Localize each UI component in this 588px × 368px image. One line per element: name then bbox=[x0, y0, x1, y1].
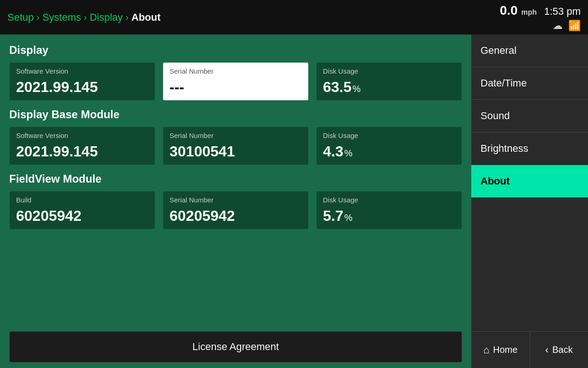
fieldview-module-info-row: Build 60205942 Serial Number 60205942 Di… bbox=[9, 191, 462, 230]
bottom-buttons: ⌂ Home ‹ Back bbox=[471, 331, 588, 368]
display-disk-usage-value: 63.5% bbox=[323, 79, 455, 96]
display-software-version-value: 2021.99.145 bbox=[16, 79, 148, 96]
dbm-software-version-card: Software Version 2021.99.145 bbox=[9, 126, 155, 165]
fieldview-module-section: FieldView Module Build 60205942 Serial N… bbox=[9, 172, 462, 237]
display-disk-usage-card: Disk Usage 63.5% bbox=[316, 62, 462, 101]
dbm-disk-usage-unit: % bbox=[344, 148, 352, 158]
fvm-disk-usage-label: Disk Usage bbox=[323, 196, 455, 204]
dbm-disk-usage-value: 4.3% bbox=[323, 143, 455, 160]
sidebar-items: General Date/Time Sound Brightness About bbox=[471, 34, 588, 331]
display-section-title: Display bbox=[9, 44, 462, 57]
dbm-serial-number-label: Serial Number bbox=[170, 132, 302, 139]
license-agreement-button[interactable]: License Agreement bbox=[9, 331, 462, 362]
display-serial-number-value: --- bbox=[170, 79, 302, 96]
sidebar-item-brightness[interactable]: Brightness bbox=[471, 132, 588, 165]
fvm-disk-usage-card: Disk Usage 5.7% bbox=[316, 191, 462, 230]
breadcrumb-setup[interactable]: Setup bbox=[7, 12, 34, 23]
display-base-module-section: Display Base Module Software Version 202… bbox=[9, 108, 462, 172]
breadcrumb-systems[interactable]: Systems bbox=[42, 12, 81, 23]
back-icon: ‹ bbox=[545, 344, 548, 356]
speed-unit: mph bbox=[521, 8, 537, 16]
dbm-disk-usage-card: Disk Usage 4.3% bbox=[316, 126, 462, 165]
breadcrumb-about: About bbox=[131, 12, 161, 23]
breadcrumb-sep-1: › bbox=[37, 12, 40, 23]
current-time: 1:53 pm bbox=[544, 6, 581, 17]
display-serial-number-label: Serial Number bbox=[170, 67, 302, 75]
sidebar-item-about[interactable]: About bbox=[471, 165, 588, 198]
sidebar: General Date/Time Sound Brightness About… bbox=[471, 34, 588, 368]
back-label: Back bbox=[552, 345, 572, 355]
breadcrumb-sep-3: › bbox=[125, 12, 129, 23]
dbm-serial-number-value: 30100541 bbox=[170, 143, 302, 160]
fieldview-module-title: FieldView Module bbox=[9, 172, 462, 185]
display-base-module-info-row: Software Version 2021.99.145 Serial Numb… bbox=[9, 126, 462, 165]
display-serial-number-card: Serial Number --- bbox=[163, 62, 309, 101]
sidebar-item-general[interactable]: General bbox=[471, 34, 588, 67]
fvm-serial-number-value: 60205942 bbox=[170, 207, 302, 224]
content-area: Display Software Version 2021.99.145 Ser… bbox=[0, 34, 471, 368]
sidebar-item-datetime[interactable]: Date/Time bbox=[471, 67, 588, 100]
fvm-build-value: 60205942 bbox=[16, 207, 148, 224]
fvm-disk-usage-value: 5.7% bbox=[323, 207, 455, 224]
speed-value: 0.0 mph bbox=[500, 3, 537, 18]
breadcrumb: Setup › Systems › Display › About bbox=[7, 12, 161, 23]
display-base-module-title: Display Base Module bbox=[9, 108, 462, 121]
home-button[interactable]: ⌂ Home bbox=[471, 332, 530, 368]
top-right-info: 0.0 mph 1:53 pm ☁ 📶 bbox=[500, 3, 581, 32]
dbm-serial-number-card: Serial Number 30100541 bbox=[163, 126, 309, 165]
license-btn-container: License Agreement bbox=[9, 326, 462, 368]
display-section: Display Software Version 2021.99.145 Ser… bbox=[9, 44, 462, 108]
display-software-version-card: Software Version 2021.99.145 bbox=[9, 62, 155, 101]
fvm-build-card: Build 60205942 bbox=[9, 191, 155, 230]
sidebar-item-sound[interactable]: Sound bbox=[471, 100, 588, 132]
display-software-version-label: Software Version bbox=[16, 67, 148, 75]
fvm-build-label: Build bbox=[16, 196, 148, 204]
fvm-serial-number-card: Serial Number 60205942 bbox=[163, 191, 309, 230]
wifi-icon: 📶 bbox=[568, 20, 581, 32]
display-disk-usage-label: Disk Usage bbox=[323, 67, 455, 75]
home-label: Home bbox=[493, 345, 517, 355]
cloud-icon: ☁ bbox=[553, 20, 563, 32]
fvm-serial-number-label: Serial Number bbox=[170, 196, 302, 204]
home-icon: ⌂ bbox=[483, 344, 489, 356]
back-button[interactable]: ‹ Back bbox=[530, 332, 588, 368]
dbm-software-version-label: Software Version bbox=[16, 132, 148, 139]
main-layout: Display Software Version 2021.99.145 Ser… bbox=[0, 34, 588, 368]
top-bar: Setup › Systems › Display › About 0.0 mp… bbox=[0, 0, 588, 34]
display-info-row: Software Version 2021.99.145 Serial Numb… bbox=[9, 62, 462, 101]
dbm-disk-usage-label: Disk Usage bbox=[323, 132, 455, 139]
dbm-software-version-value: 2021.99.145 bbox=[16, 143, 148, 160]
fvm-disk-usage-unit: % bbox=[344, 213, 352, 223]
display-disk-usage-unit: % bbox=[352, 84, 361, 94]
breadcrumb-display[interactable]: Display bbox=[90, 12, 123, 23]
breadcrumb-sep-2: › bbox=[84, 12, 87, 23]
